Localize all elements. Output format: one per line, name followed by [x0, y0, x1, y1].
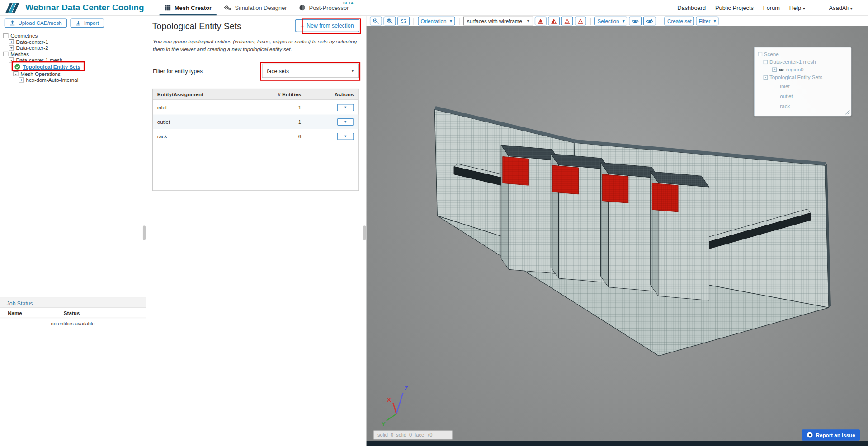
- tree-item-topological-entity-sets[interactable]: Topological Entity Sets: [0, 63, 146, 71]
- filter-row: Filter for entity types face sets ▾: [153, 64, 359, 78]
- scene-tree-item-scene[interactable]: - Scene: [758, 50, 847, 58]
- filter-label: Filter for entity types: [153, 68, 203, 74]
- camera-icon: [807, 432, 813, 438]
- entity-name: inlet: [157, 104, 268, 110]
- check-icon: [14, 64, 20, 70]
- tab-mesh-creator[interactable]: Mesh Creator: [158, 0, 217, 15]
- job-empty-message: no entities available: [0, 318, 146, 326]
- col-entity-assignment: Entity/Assignment: [157, 91, 268, 97]
- expander-icon[interactable]: +: [9, 45, 14, 50]
- rack-red-face: [602, 174, 628, 203]
- expander-icon[interactable]: -: [13, 71, 18, 76]
- panel-splitter-handle[interactable]: [363, 226, 366, 240]
- expander-icon[interactable]: +: [772, 67, 777, 72]
- gears-icon: [224, 5, 231, 11]
- hide-selected-button[interactable]: [643, 17, 656, 26]
- mesh-quality-toggle-4[interactable]: [575, 17, 586, 26]
- chevron-down-icon: ▾: [450, 19, 452, 23]
- tree-item-mesh-operations[interactable]: - Mesh Operations: [0, 71, 146, 77]
- nav-public-projects-link[interactable]: Public Projects: [715, 5, 754, 11]
- upload-icon: [9, 20, 15, 26]
- scene-tree-item-inlet[interactable]: inlet: [758, 81, 847, 91]
- row-actions-select[interactable]: ▾: [337, 118, 354, 125]
- active-tab-underline: [160, 14, 217, 16]
- filter-button[interactable]: Filter ▾: [696, 17, 718, 26]
- expander-icon[interactable]: -: [764, 75, 768, 80]
- entity-type-select[interactable]: face sets ▾: [262, 64, 359, 78]
- chevron-down-icon: ▾: [352, 68, 354, 73]
- orientation-button[interactable]: Orientation ▾: [418, 17, 454, 26]
- eye-icon[interactable]: [778, 67, 784, 72]
- magnifier-box-icon: [387, 18, 393, 24]
- entity-name: outlet: [157, 119, 268, 125]
- tree-item-meshes[interactable]: - Meshes: [0, 51, 146, 56]
- table-row-inlet[interactable]: inlet 1 ▾: [153, 100, 358, 115]
- table-row-rack[interactable]: rack 6 ▾: [153, 129, 358, 143]
- expander-icon[interactable]: +: [9, 39, 14, 44]
- tree-item-hex-dom-auto-internal[interactable]: + hex-dom-Auto-Internal: [0, 77, 146, 83]
- scene-tree-item-rack[interactable]: rack: [758, 101, 847, 111]
- upload-label: Upload CAD/mesh: [18, 20, 61, 26]
- show-selected-button[interactable]: [629, 17, 642, 26]
- mesh-quality-toggle-2[interactable]: [548, 17, 560, 26]
- chevron-down-icon: ▾: [803, 6, 805, 11]
- tab-post-processor[interactable]: BETA Post-Processor: [293, 0, 355, 15]
- upload-cad-button[interactable]: Upload CAD/mesh: [5, 18, 67, 28]
- tree-item-data-center-2[interactable]: + Data-center-2: [0, 45, 146, 51]
- scene-tree-label: rack: [780, 101, 790, 111]
- nav-forum-link[interactable]: Forum: [763, 5, 780, 11]
- plus-icon: +: [300, 23, 304, 29]
- zoom-in-button[interactable]: [370, 17, 382, 26]
- scene-tree-item-outlet[interactable]: outlet: [758, 91, 847, 101]
- viewer-canvas[interactable]: - Scene - Data-center-1 mesh + region0: [367, 26, 868, 441]
- scene-tree-label: Topological Entity Sets: [769, 74, 822, 81]
- expander-icon[interactable]: -: [9, 57, 14, 62]
- resize-handle-icon[interactable]: [845, 110, 850, 115]
- toolbar-separator: [660, 18, 660, 25]
- zoom-extents-button[interactable]: [384, 17, 396, 26]
- scene-tree-item-mesh[interactable]: - Data-center-1 mesh: [758, 58, 847, 66]
- expander-icon[interactable]: -: [764, 60, 768, 64]
- tab-simulation-designer[interactable]: Simulation Designer: [218, 0, 293, 15]
- import-label: Import: [84, 20, 99, 26]
- row-actions-select[interactable]: ▾: [337, 132, 354, 140]
- refresh-button[interactable]: [397, 17, 410, 26]
- row-actions-select[interactable]: ▾: [337, 104, 354, 111]
- selection-button[interactable]: Selection ▾: [594, 17, 627, 26]
- import-button[interactable]: Import: [70, 18, 104, 28]
- expander-icon[interactable]: -: [3, 51, 8, 56]
- scene-tree-item-region0[interactable]: + region0: [758, 66, 847, 74]
- selection-name-input[interactable]: [374, 431, 453, 440]
- axis-x-label: X: [387, 396, 391, 403]
- nav-help-menu[interactable]: Help▾: [789, 5, 805, 11]
- tree-item-geometries[interactable]: - Geometries: [0, 33, 146, 38]
- col-actions: Actions: [301, 91, 354, 97]
- sidebar-buttons: Upload CAD/mesh Import: [5, 18, 104, 28]
- new-from-selection-button[interactable]: + New from selection: [295, 19, 359, 32]
- tree-item-data-center-1-mesh[interactable]: - Data-center-1 mesh: [0, 57, 146, 63]
- panel-title: Topological Entity Sets: [152, 22, 241, 32]
- mesh-quality-toggle-1[interactable]: [535, 17, 547, 26]
- entity-count: 1: [268, 104, 301, 110]
- tree-item-data-center-1[interactable]: + Data-center-1: [0, 39, 146, 45]
- expander-icon[interactable]: -: [758, 52, 762, 56]
- job-status-panel: Job Status Name Status no entities avail…: [0, 298, 146, 446]
- render-mode-select[interactable]: surfaces with wireframe ▾: [463, 17, 533, 26]
- sidebar-splitter-handle[interactable]: [143, 226, 146, 240]
- app-window: Webinar Data Center Cooling Mesh Creator: [0, 0, 868, 446]
- triangle-corner-icon: [564, 18, 570, 24]
- expander-icon[interactable]: -: [3, 33, 8, 38]
- rack-red-face: [503, 157, 529, 186]
- filter-button-label: Filter: [699, 18, 711, 24]
- scene-tree-item-topological-entity-sets[interactable]: - Topological Entity Sets: [758, 74, 847, 81]
- mesh-quality-toggle-3[interactable]: [561, 17, 573, 26]
- report-issue-button[interactable]: Report an issue: [802, 429, 860, 440]
- create-set-button[interactable]: Create set: [665, 17, 694, 26]
- nav-user-menu[interactable]: AsadAli▾: [829, 5, 853, 11]
- chevron-down-icon: ▾: [344, 119, 346, 124]
- nav-dashboard-link[interactable]: Dashboard: [677, 5, 706, 11]
- entity-count: 1: [268, 119, 301, 125]
- selection-label: Selection: [598, 18, 619, 24]
- table-row-outlet[interactable]: outlet 1 ▾: [153, 114, 358, 129]
- expander-icon[interactable]: +: [19, 78, 24, 83]
